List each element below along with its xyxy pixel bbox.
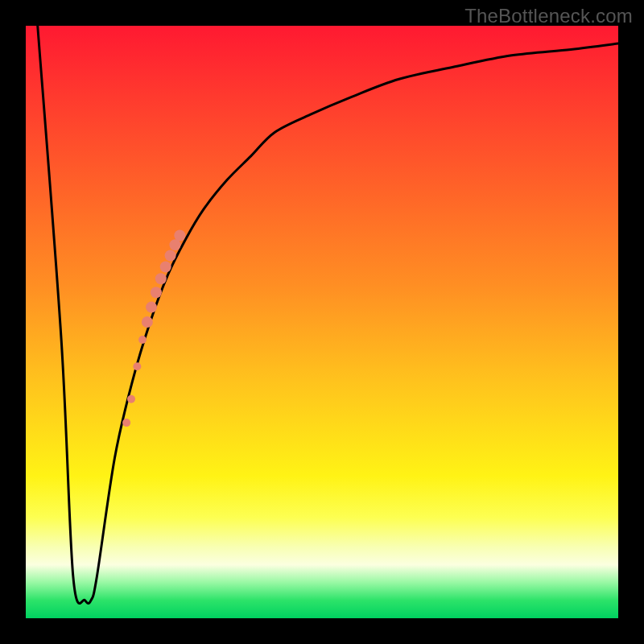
plot-area bbox=[26, 26, 618, 618]
watermark-label: TheBottleneck.com bbox=[464, 5, 633, 27]
chart-svg bbox=[26, 26, 618, 618]
highlight-point bbox=[174, 230, 185, 242]
curve-path bbox=[38, 26, 618, 604]
highlight-point bbox=[146, 302, 157, 313]
highlight-point bbox=[151, 287, 162, 298]
highlight-point bbox=[165, 250, 176, 262]
highlight-point bbox=[133, 362, 141, 370]
highlight-point bbox=[127, 395, 135, 403]
highlight-point bbox=[160, 262, 171, 273]
highlight-point bbox=[138, 336, 147, 344]
highlight-point bbox=[155, 273, 167, 284]
chart-frame: TheBottleneck.com bbox=[0, 0, 644, 644]
highlight-point bbox=[122, 419, 130, 427]
highlight-point bbox=[142, 316, 153, 328]
bottleneck-curve-path bbox=[38, 26, 618, 604]
